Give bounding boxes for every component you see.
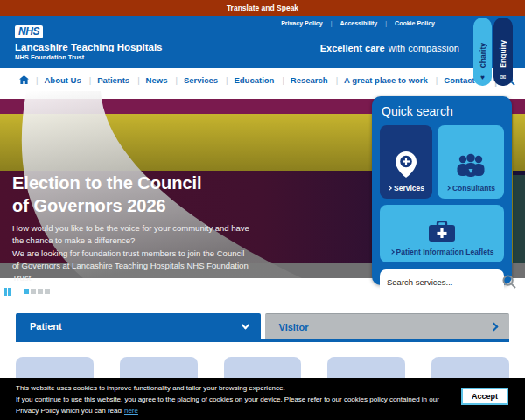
logo-block[interactable]: NHS Lancashire Teaching Hospitals NHS Fo… — [15, 25, 163, 61]
services-button[interactable]: Services — [380, 125, 432, 199]
carousel-dot-1[interactable] — [24, 289, 29, 294]
nav-item-news[interactable]: News — [130, 75, 168, 85]
translate-label: Translate and Speak — [227, 4, 298, 12]
cookie-line-3: Privacy Policy which you can readhere — [16, 405, 525, 416]
chevron-right-icon — [445, 186, 451, 191]
services-search-box — [380, 270, 504, 294]
nav-item-services[interactable]: Services — [168, 75, 219, 85]
nav-item-about-us[interactable]: About Us — [29, 75, 82, 85]
search-services-input[interactable] — [387, 277, 502, 287]
nav-item-patients[interactable]: Patients — [82, 75, 130, 85]
nav-item-great-place-to-work[interactable]: A great place to work — [329, 75, 429, 85]
hero-text: Election to the Council of Governors 202… — [12, 172, 275, 284]
carousel-dot-4[interactable] — [45, 289, 50, 294]
cookie-banner: This website uses cookies to improve fun… — [0, 378, 525, 420]
main-nav: About Us Patients News Services Educatio… — [0, 68, 525, 91]
translate-bar[interactable]: Translate and Speak — [0, 0, 525, 16]
carousel-indicators — [24, 289, 50, 294]
privacy-policy-here-link[interactable]: here — [124, 407, 138, 415]
chevron-down-icon — [241, 321, 249, 330]
chevron-right-icon — [490, 323, 499, 332]
enquiry-label: Enquiry — [499, 40, 508, 68]
search-icon[interactable] — [502, 275, 516, 289]
org-name: Lancashire Teaching Hospitals — [15, 42, 163, 52]
hero-title: Election to the Council of Governors 202… — [12, 172, 275, 217]
org-subtitle: NHS Foundation Trust — [15, 53, 163, 61]
cookie-line-1: This website uses cookies to improve fun… — [16, 382, 525, 394]
utility-links: Privacy Policy Accessibility Cookie Poli… — [281, 20, 435, 26]
chevron-right-icon — [389, 249, 395, 255]
tagline: Excellent carewith compassion — [320, 43, 459, 53]
hero-paragraph-2: We are looking for foundation trust memb… — [12, 248, 252, 285]
charity-label: Charity — [479, 43, 487, 68]
privacy-policy-link[interactable]: Privacy Policy — [281, 20, 322, 26]
accept-cookies-button[interactable]: Accept — [461, 388, 508, 405]
charity-side-tab[interactable]: Charity ♥ — [473, 18, 492, 86]
home-icon[interactable] — [19, 75, 29, 84]
pause-icon[interactable] — [4, 288, 10, 296]
people-icon — [455, 153, 486, 178]
carousel-dot-2[interactable] — [31, 289, 36, 294]
nav-item-education[interactable]: Education — [219, 75, 275, 85]
hero-paragraph-1: How would you like to be the voice for y… — [12, 222, 252, 248]
nav-item-research[interactable]: Research — [275, 75, 328, 85]
envelope-icon: ✉ — [497, 71, 510, 84]
medical-bag-icon — [429, 221, 455, 242]
map-pin-plus-icon — [396, 151, 416, 178]
carousel-dot-3[interactable] — [38, 289, 43, 294]
hero-carousel: Election to the Council of Governors 202… — [0, 91, 525, 278]
enquiry-side-tab[interactable]: Enquiry ✉ — [494, 18, 513, 86]
patient-information-leaflets-button[interactable]: Patient Information Leaflets — [380, 205, 504, 262]
audience-tabs: Patient Visitor — [16, 313, 509, 342]
heart-icon: ♥ — [476, 71, 489, 84]
site-header: Privacy Policy Accessibility Cookie Poli… — [0, 16, 525, 68]
consultants-button[interactable]: Consultants — [438, 125, 504, 199]
cookie-policy-link[interactable]: Cookie Policy — [377, 20, 435, 26]
cookie-line-2: If you continue to use this website, you… — [16, 394, 525, 405]
chevron-right-icon — [387, 186, 392, 191]
tab-patient[interactable]: Patient — [16, 313, 261, 340]
tab-visitor[interactable]: Visitor — [265, 313, 510, 340]
quick-search-panel: Quick search Services Consultants Patien… — [372, 96, 512, 285]
accessibility-link[interactable]: Accessibility — [323, 20, 378, 26]
quick-search-title: Quick search — [382, 104, 504, 118]
nhs-logo: NHS — [15, 25, 43, 38]
